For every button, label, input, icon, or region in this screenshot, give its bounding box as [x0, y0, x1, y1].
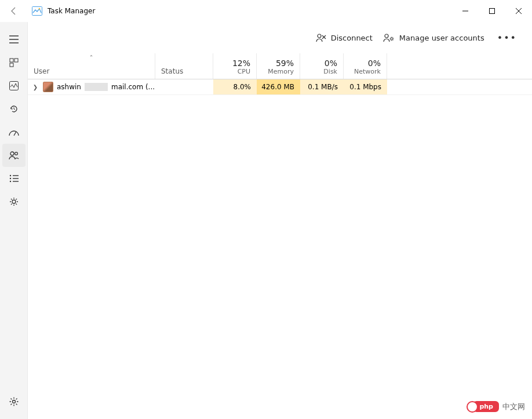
manage-users-label: Manage user accounts: [399, 34, 484, 42]
nav-settings[interactable]: [2, 390, 25, 413]
cpu-usage-value: 12%: [232, 59, 250, 68]
gear-icon: [9, 197, 19, 206]
svg-rect-3: [490, 9, 495, 14]
disk-label: Disk: [323, 68, 337, 75]
svg-point-20: [9, 181, 10, 182]
network-usage-value: 0%: [368, 59, 381, 68]
nav-processes[interactable]: [2, 51, 25, 74]
table-header: ⌃ User Status 12% CPU 59% Memory 0% Disk…: [28, 53, 532, 79]
svg-point-18: [9, 178, 10, 179]
svg-rect-11: [10, 63, 13, 67]
window-title: Task Manager: [48, 7, 95, 15]
nav-details[interactable]: [2, 167, 25, 190]
nav-startup[interactable]: [2, 121, 25, 144]
memory-usage-value: 59%: [276, 59, 294, 68]
toolbar: Disconnect Manage user accounts •••: [28, 22, 532, 53]
column-status-label: Status: [161, 67, 207, 75]
svg-point-27: [385, 34, 388, 38]
column-header-status[interactable]: Status: [155, 53, 213, 79]
disconnect-label: Disconnect: [331, 34, 373, 42]
watermark-badge: php: [470, 400, 500, 413]
grid-icon: [9, 58, 19, 67]
close-icon: [516, 8, 522, 14]
nav-services[interactable]: [2, 190, 25, 213]
manage-users-icon: [383, 33, 395, 42]
disconnect-button[interactable]: Disconnect: [316, 33, 373, 42]
svg-rect-9: [10, 59, 13, 62]
nav-rail: [0, 22, 28, 419]
title-bar: Task Manager: [0, 0, 532, 22]
cell-cpu: 8.0%: [213, 79, 257, 94]
user-name-suffix: mail.com (...: [111, 83, 155, 91]
svg-point-22: [12, 200, 16, 203]
maximize-button[interactable]: [479, 0, 505, 22]
ellipsis-icon: •••: [497, 32, 517, 43]
watermark: php 中文网: [470, 400, 525, 413]
svg-point-15: [14, 152, 17, 155]
maximize-icon: [489, 8, 495, 14]
minimize-button[interactable]: [452, 0, 479, 22]
cell-disk: 0.1 MB/s: [300, 79, 344, 94]
column-header-filler: [387, 53, 532, 79]
svg-point-23: [12, 400, 15, 403]
settings-icon: [9, 397, 19, 406]
hamburger-button[interactable]: [2, 28, 25, 51]
manage-users-button[interactable]: Manage user accounts: [383, 33, 484, 42]
column-header-disk[interactable]: 0% Disk: [300, 53, 344, 79]
back-icon: [9, 6, 19, 16]
history-icon: [9, 104, 19, 114]
column-header-network[interactable]: 0% Network: [344, 53, 387, 79]
cell-user: ❯ ashwin mail.com (...: [28, 79, 155, 94]
table-row[interactable]: ❯ ashwin mail.com (... 8.0% 426.0 MB 0.1…: [28, 79, 532, 95]
cell-network: 0.1 Mbps: [344, 79, 387, 94]
back-button[interactable]: [3, 1, 24, 21]
cell-status: [155, 79, 213, 94]
svg-point-1: [39, 8, 41, 10]
svg-point-16: [9, 175, 10, 176]
users-icon: [9, 151, 19, 160]
column-user-label: User: [34, 67, 149, 75]
cpu-label: CPU: [238, 68, 250, 75]
hamburger-icon: [9, 35, 19, 43]
watermark-text: 中文网: [502, 402, 525, 412]
pulse-icon: [9, 81, 19, 90]
nav-users[interactable]: [2, 144, 25, 167]
svg-point-24: [318, 34, 321, 38]
user-name-prefix: ashwin: [57, 83, 81, 91]
column-header-cpu[interactable]: 12% CPU: [213, 53, 257, 79]
expand-icon[interactable]: ❯: [31, 84, 39, 90]
sort-indicator-icon: ⌃: [89, 54, 94, 60]
avatar: [43, 82, 53, 92]
list-icon: [9, 174, 19, 183]
network-label: Network: [354, 68, 381, 75]
svg-rect-10: [14, 59, 18, 62]
disk-usage-value: 0%: [325, 59, 337, 68]
svg-point-14: [10, 152, 14, 155]
close-button[interactable]: [505, 0, 532, 22]
nav-app-history[interactable]: [2, 97, 25, 121]
minimize-icon: [462, 8, 468, 14]
memory-label: Memory: [268, 68, 294, 75]
gauge-icon: [9, 128, 19, 136]
column-header-user[interactable]: ⌃ User: [28, 53, 155, 79]
disconnect-icon: [316, 33, 326, 42]
nav-performance[interactable]: [2, 74, 25, 97]
app-icon: [31, 5, 43, 17]
column-header-memory[interactable]: 59% Memory: [257, 53, 300, 79]
main-content: Disconnect Manage user accounts ••• ⌃ Us…: [28, 22, 532, 419]
cell-memory: 426.0 MB: [257, 79, 300, 94]
window-controls: [452, 0, 532, 22]
svg-line-13: [14, 132, 16, 136]
redacted-segment: [85, 83, 108, 91]
more-options-button[interactable]: •••: [495, 32, 519, 43]
